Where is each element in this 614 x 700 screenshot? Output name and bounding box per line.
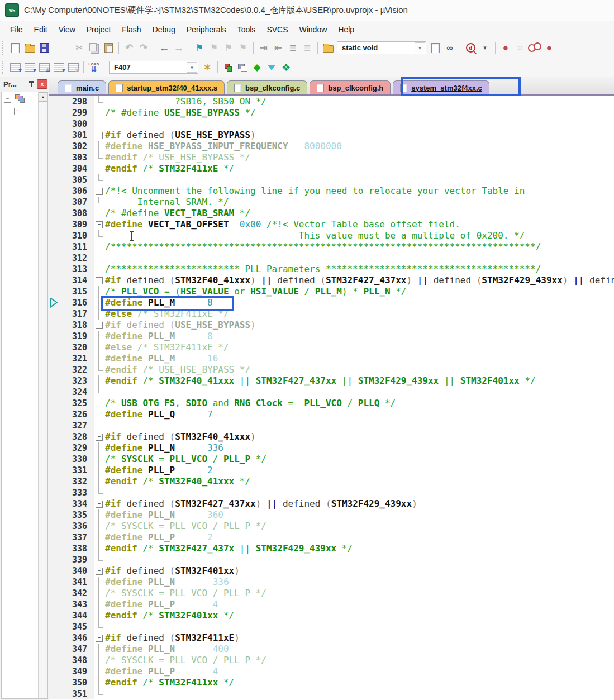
bookmark-toggle-button[interactable]: ⚑	[192, 41, 207, 55]
fold-collapse-icon[interactable]: −	[96, 188, 103, 195]
uncomment-selection-button[interactable]: ≣	[300, 41, 315, 55]
cut-button[interactable]: ✂	[72, 41, 87, 55]
find-in-files-doc-button[interactable]	[428, 41, 442, 55]
fold-margin	[94, 487, 105, 498]
batch-build-button[interactable]: ▾	[51, 61, 66, 74]
download-button[interactable]: LOAD⇊	[87, 61, 101, 74]
find-dropdown-arrow[interactable]: ▾	[478, 41, 492, 55]
navigate-back-button[interactable]: ←	[157, 41, 172, 55]
menu-item-flash[interactable]: Flash	[116, 23, 146, 36]
rebuild-all-button[interactable]: ⇊	[37, 61, 51, 74]
undo-button[interactable]: ↶	[122, 41, 136, 55]
copy-button[interactable]	[87, 41, 101, 55]
fold-collapse-icon[interactable]: −	[96, 568, 103, 575]
incremental-find-button[interactable]: ∞	[442, 41, 457, 55]
menu-item-file[interactable]: File	[4, 23, 28, 36]
bookmark-prev-button[interactable]: ⚑	[221, 41, 236, 55]
tab-bsp_clkconfig.c[interactable]: bsp_clkconfig.c	[227, 80, 307, 94]
tree-expand-icon[interactable]: −	[4, 96, 11, 103]
fold-collapse-icon[interactable]: −	[96, 221, 103, 228]
code-editor[interactable]: 298 ?SB16, SB50 ON */299/* #define USE_H…	[49, 96, 614, 700]
fold-margin	[94, 387, 105, 398]
find-button[interactable]: d	[463, 41, 478, 55]
menu-item-svcs[interactable]: SVCS	[261, 23, 293, 36]
indent-left-button[interactable]: ⇤	[271, 41, 285, 55]
menu-item-view[interactable]: View	[53, 23, 81, 36]
target-options-button[interactable]: ✶	[200, 61, 215, 74]
fold-collapse-icon[interactable]: −	[96, 501, 103, 508]
fold-collapse-icon[interactable]: −	[96, 132, 103, 139]
fold-line	[98, 532, 99, 543]
save-button[interactable]	[37, 41, 51, 55]
breakpoint-enable-disable-button[interactable]: ○	[513, 41, 527, 55]
pack-installer-button[interactable]: ❖	[279, 61, 293, 74]
menu-item-edit[interactable]: Edit	[28, 23, 53, 36]
pin-icon[interactable]	[28, 80, 35, 88]
stop-build-button[interactable]: ✕	[66, 61, 80, 74]
breakpoint-toggle-button[interactable]: ●	[498, 41, 513, 55]
menu-item-window[interactable]: Window	[294, 23, 333, 36]
code-text: /* SYSCLK = PLL_VCO / PLL_P */	[105, 521, 614, 532]
fold-collapse-icon[interactable]: −	[96, 322, 103, 329]
tab-main.c[interactable]: main.c	[58, 80, 106, 94]
close-panel-button[interactable]: x	[37, 79, 47, 89]
bookmark-next-button[interactable]: ⚑	[207, 41, 221, 55]
manage-rte-button[interactable]: ◆	[250, 61, 264, 74]
manage-project-items-button[interactable]	[235, 61, 250, 74]
fold-line	[98, 342, 99, 353]
indent-right-button[interactable]: ⇥	[256, 41, 271, 55]
paste-button[interactable]	[101, 41, 116, 55]
line-number: 336	[49, 521, 94, 532]
select-software-packs-button[interactable]	[264, 61, 279, 74]
code-text	[105, 387, 614, 398]
chevron-down-icon[interactable]: ▾	[187, 62, 197, 73]
fold-margin	[94, 521, 105, 532]
menu-item-help[interactable]: Help	[332, 23, 360, 36]
target-select-combobox[interactable]: F407▾	[109, 61, 198, 74]
target-icon[interactable]	[15, 94, 24, 102]
tree-expand-icon-2[interactable]: −	[14, 108, 21, 115]
tab-startup_stm32f40_41xxx.s[interactable]: startup_stm32f40_41xxx.s	[108, 80, 225, 94]
line-number: 340	[49, 565, 94, 577]
open-file-button[interactable]	[22, 41, 37, 55]
code-text: #else /* STM32F411xE */	[105, 308, 614, 320]
project-scrollbar[interactable]: ▲	[38, 92, 47, 698]
line-number: 351	[49, 688, 94, 699]
code-text: #define PLL_P 4	[105, 599, 614, 610]
scroll-up-icon[interactable]: ▲	[39, 92, 47, 102]
find-text-combobox[interactable]: static void▾	[337, 41, 426, 54]
line-number: 307	[49, 197, 94, 208]
translate-button[interactable]: ▾	[8, 61, 22, 74]
tab-system_stm32f4xx.c[interactable]: system_stm32f4xx.c	[393, 80, 489, 94]
bookmark-clear-button[interactable]: ⚑	[236, 41, 250, 55]
line-number: 301	[49, 130, 94, 141]
breakpoint-kill-all-button[interactable]: ●	[542, 41, 556, 55]
menu-item-debug[interactable]: Debug	[147, 23, 181, 36]
fold-collapse-icon[interactable]: −	[96, 635, 103, 642]
menu-item-project[interactable]: Project	[81, 23, 117, 36]
manage-components-button[interactable]	[221, 61, 235, 74]
new-file-button[interactable]	[8, 41, 22, 55]
fold-collapse-icon[interactable]: −	[96, 277, 103, 284]
line-number: 305	[49, 174, 94, 185]
menu-item-peripherals[interactable]: Peripherals	[181, 23, 232, 36]
code-line: 335#define PLL_N 360	[49, 509, 614, 521]
fold-collapse-icon[interactable]: −	[96, 434, 103, 441]
redo-button[interactable]: ↷	[136, 41, 151, 55]
fold-line	[98, 476, 99, 487]
build-button[interactable]: ▾	[22, 61, 37, 74]
comment-selection-button[interactable]: ≣	[285, 41, 300, 55]
breakpoint-disable-all-button[interactable]	[527, 41, 542, 55]
find-in-files-button[interactable]	[321, 41, 335, 55]
line-number: 306	[49, 185, 94, 197]
line-number: 334	[49, 498, 94, 509]
fold-end	[98, 387, 103, 393]
tab-bsp_clkconfig.h[interactable]: bsp_clkconfig.h	[310, 80, 391, 94]
save-all-button[interactable]	[51, 41, 66, 55]
chevron-down-icon[interactable]: ▾	[415, 42, 425, 53]
fold-margin	[94, 152, 105, 163]
menu-item-tools[interactable]: Tools	[232, 23, 261, 36]
fold-end	[98, 96, 103, 103]
fold-margin	[94, 509, 105, 521]
navigate-forward-button[interactable]: →	[172, 41, 186, 55]
